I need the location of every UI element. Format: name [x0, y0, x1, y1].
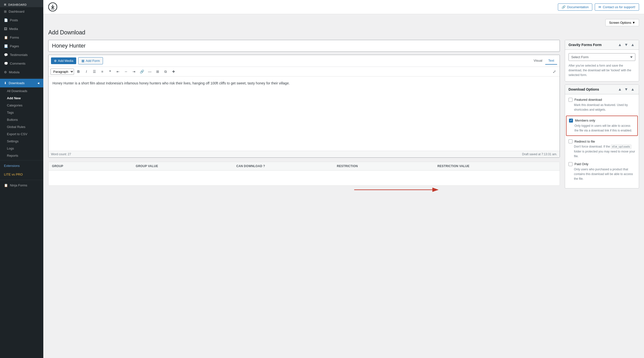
- posts-icon: 📄: [4, 18, 8, 22]
- contact-support-button[interactable]: ✉ Contact us for support!: [595, 4, 639, 11]
- gravity-forms-panel-body: Select Form After you've selected a form…: [565, 50, 639, 81]
- main-content: 🔗 Documentation ✉ Contact us for support…: [43, 0, 644, 358]
- table-body: [48, 170, 560, 186]
- align-right-button[interactable]: ⇥: [130, 68, 137, 75]
- draft-saved: Draft saved at 7:13:31 am.: [522, 152, 557, 156]
- bold-button[interactable]: B: [75, 68, 82, 75]
- option-featured-label: Featured download: [568, 98, 635, 102]
- download-options-panel-controls: ▲ ▼ ▲: [617, 87, 635, 92]
- numbered-list-button[interactable]: ≡: [99, 68, 106, 75]
- word-count: Word count: 27: [51, 152, 71, 156]
- panel-down-button[interactable]: ▼: [624, 42, 629, 47]
- option-paid-only: Paid Only Only users who purchased a pro…: [568, 162, 635, 182]
- editor-media-bar: ⊕ Add Media ▦ Add Form Visual: [48, 55, 560, 67]
- sidebar-item-modula[interactable]: ⚙ Modula: [0, 68, 43, 76]
- ninja-forms-icon: 📋: [4, 184, 8, 187]
- option-featured: Featured download Mark this download as …: [568, 98, 635, 112]
- featured-checkbox[interactable]: [568, 98, 572, 102]
- option-members-only: Members only Only logged in users will b…: [566, 116, 638, 136]
- sidebar-item-forms[interactable]: 📋 Forms: [0, 33, 43, 42]
- screen-options-button[interactable]: Screen Options ▼: [606, 19, 639, 26]
- gravity-forms-note: After you've selected a form and save th…: [568, 64, 635, 78]
- sidebar-sub-item-settings[interactable]: Settings: [0, 138, 43, 145]
- sidebar-item-lite-pro[interactable]: LITE vs PRO: [0, 170, 43, 179]
- modula-icon: ⚙: [4, 70, 7, 74]
- post-title-input[interactable]: [48, 40, 560, 52]
- table-button[interactable]: ⊞: [154, 68, 161, 75]
- sidebar-sub-item-buttons[interactable]: Buttons: [0, 116, 43, 123]
- sidebar-logo[interactable]: ⊞ Dashboard: [0, 0, 43, 7]
- sidebar: ⊞ Dashboard ⊞ Dashboard 📄 Posts 🖼 Media …: [0, 0, 43, 358]
- align-center-button[interactable]: ↔: [122, 68, 130, 75]
- sidebar-sub-item-export-csv[interactable]: Export to CSV: [0, 130, 43, 138]
- download-options-panel-header: Download Options ▲ ▼ ▲: [565, 85, 639, 94]
- sidebar-item-extensions[interactable]: Extensions: [0, 162, 43, 170]
- page-title: Add Download: [48, 29, 639, 36]
- sidebar-sub-item-categories[interactable]: Categories: [0, 102, 43, 109]
- panel-up-button[interactable]: ▲: [617, 42, 622, 47]
- options-panel-down-button[interactable]: ▼: [624, 87, 629, 92]
- sidebar-sub-item-logs[interactable]: Logs: [0, 145, 43, 152]
- tab-text[interactable]: Text: [545, 57, 557, 64]
- sidebar-item-comments[interactable]: 💭 Comments: [0, 59, 43, 68]
- form-select-dropdown[interactable]: Select Form: [568, 53, 635, 61]
- options-panel-toggle-button[interactable]: ▲: [630, 87, 635, 92]
- panel-toggle-button[interactable]: ▲: [630, 42, 635, 47]
- members-only-desc: Only logged in users will be able to acc…: [574, 124, 635, 133]
- gravity-forms-panel-header: Gravity Forms Form ▲ ▼ ▲: [565, 40, 639, 50]
- fullscreen-button[interactable]: ⤢: [551, 68, 558, 75]
- italic-button[interactable]: I: [83, 68, 90, 75]
- format-selector[interactable]: Paragraph Heading 1 Heading 2 Heading 3: [50, 68, 74, 75]
- bullet-list-button[interactable]: ☰: [91, 68, 98, 75]
- option-redirect-label: Redirect to file: [568, 140, 635, 143]
- topbar-actions: 🔗 Documentation ✉ Contact us for support…: [558, 4, 639, 11]
- sidebar-item-media[interactable]: 🖼 Media: [0, 24, 43, 33]
- add-form-button[interactable]: ▦ Add Form: [78, 57, 103, 64]
- options-panel-up-button[interactable]: ▲: [617, 87, 622, 92]
- topbar-logo: [48, 2, 57, 12]
- pages-icon: 📃: [4, 44, 8, 48]
- content-area: Screen Options ▼ Add Download ⊕ Add Medi…: [43, 14, 644, 196]
- blockquote-button[interactable]: ❝: [107, 68, 114, 75]
- editor-main: ⊕ Add Media ▦ Add Form Visual: [48, 40, 560, 186]
- hr-button[interactable]: —: [146, 68, 153, 75]
- sidebar-item-ninja-forms[interactable]: 📋 Ninja Forms: [0, 181, 43, 190]
- col-group-value: GROUP VALUE: [132, 162, 233, 170]
- editor-text: Honey Hunter is a short film about Indon…: [52, 80, 556, 86]
- members-only-checkbox[interactable]: [569, 118, 573, 122]
- sidebar-item-posts[interactable]: 📄 Posts: [0, 16, 43, 24]
- editor-content-area[interactable]: Honey Hunter is a short film about Indon…: [48, 76, 560, 151]
- sidebar-item-testimonials[interactable]: 💬 Testimonials: [0, 50, 43, 59]
- sidebar-item-dashboard[interactable]: ⊞ Dashboard: [0, 7, 43, 16]
- sidebar-item-downloads[interactable]: ⬇ Downloads ◀: [0, 79, 43, 88]
- widget-button[interactable]: ❖: [170, 68, 177, 75]
- option-members-label: Members only: [569, 118, 635, 122]
- redirect-checkbox[interactable]: [568, 140, 572, 143]
- option-redirect: Redirect to file Don't force download. I…: [568, 140, 635, 159]
- sidebar-sub-item-reports[interactable]: Reports: [0, 152, 43, 159]
- add-media-button[interactable]: ⊕ Add Media: [51, 58, 76, 64]
- add-form-icon: ▦: [82, 59, 84, 63]
- sidebar-item-pages[interactable]: 📃 Pages: [0, 42, 43, 50]
- tab-visual[interactable]: Visual: [531, 57, 545, 64]
- align-left-button[interactable]: ⇤: [114, 68, 122, 75]
- sidebar-sub-item-global-rules[interactable]: Global Rules: [0, 123, 43, 130]
- forms-icon: 📋: [4, 36, 8, 39]
- link-button[interactable]: 🔗: [138, 68, 145, 75]
- documentation-button[interactable]: 🔗 Documentation: [558, 4, 592, 11]
- option-paid-label: Paid Only: [568, 162, 635, 166]
- sidebar-sub-item-add-new[interactable]: Add New: [0, 94, 43, 102]
- col-restriction: RESTRICTION: [334, 162, 434, 170]
- dashboard-icon: ⊞: [4, 3, 6, 6]
- columns-button[interactable]: ⧉: [162, 68, 169, 75]
- sidebar-sub-item-all-downloads[interactable]: All Downloads: [0, 88, 43, 94]
- paid-only-checkbox[interactable]: [568, 162, 572, 166]
- right-sidebar: Gravity Forms Form ▲ ▼ ▲ Select Form Aft…: [565, 40, 639, 192]
- table-header: GROUP GROUP VALUE CAN DOWNLOAD ? RESTRIC…: [48, 162, 560, 170]
- gravity-forms-panel-title: Gravity Forms Form: [568, 43, 602, 47]
- panel-controls: ▲ ▼ ▲: [617, 42, 635, 47]
- download-options-panel: Download Options ▲ ▼ ▲ Featured dow: [565, 84, 639, 189]
- screen-options-bar: Screen Options ▼: [48, 19, 639, 26]
- sidebar-sub-item-tags[interactable]: Tags: [0, 109, 43, 116]
- editor-tabs: Visual Text: [531, 57, 557, 64]
